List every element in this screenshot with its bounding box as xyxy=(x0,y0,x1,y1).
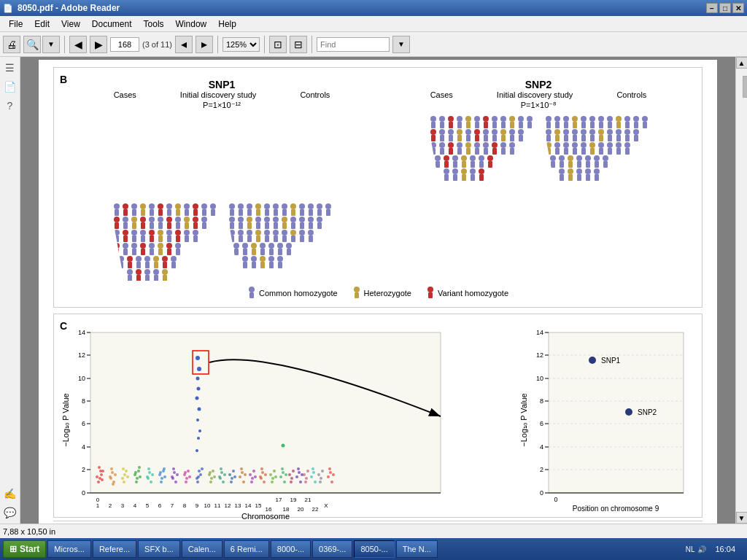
svg-rect-7 xyxy=(132,209,136,216)
find-dropdown-icon[interactable]: ▼ xyxy=(392,36,410,53)
separator-4 xyxy=(311,36,312,53)
legend-hetero: Heterozygote xyxy=(352,287,411,300)
scroll-up-button[interactable]: ▲ xyxy=(736,57,748,69)
zoom-dropdown-icon[interactable]: ▼ xyxy=(42,36,60,53)
svg-rect-358 xyxy=(551,161,555,168)
svg-rect-63 xyxy=(176,236,180,242)
svg-point-38 xyxy=(166,217,172,222)
svg-point-327 xyxy=(598,129,604,135)
svg-point-143 xyxy=(273,217,279,222)
fit-page-icon[interactable]: ⊡ xyxy=(269,36,287,53)
menu-file[interactable]: File xyxy=(3,18,28,31)
svg-point-421 xyxy=(123,473,126,476)
svg-rect-213 xyxy=(484,122,488,128)
svg-text:8: 8 xyxy=(540,397,543,405)
svg-rect-192 xyxy=(252,262,256,268)
svg-point-252 xyxy=(457,142,462,148)
svg-point-502 xyxy=(254,475,257,478)
svg-point-161 xyxy=(255,230,261,236)
find-input[interactable] xyxy=(317,37,390,52)
maximize-button[interactable]: □ xyxy=(719,3,731,13)
svg-point-427 xyxy=(136,477,139,480)
taskbar-item-8[interactable]: The N... xyxy=(396,540,438,558)
svg-text:8: 8 xyxy=(183,502,187,509)
svg-point-115 xyxy=(255,203,261,209)
svg-text:12: 12 xyxy=(78,351,85,359)
svg-rect-269 xyxy=(444,161,449,168)
snp1-pvalue: P=1×10⁻¹² xyxy=(203,101,241,110)
menu-document[interactable]: Document xyxy=(86,18,138,31)
svg-point-331 xyxy=(616,129,622,135)
taskbar-item-2[interactable]: SFX b... xyxy=(138,540,180,558)
svg-text:9: 9 xyxy=(196,502,199,509)
svg-point-448 xyxy=(174,481,177,483)
taskbar-item-6[interactable]: 0369-... xyxy=(312,540,352,558)
back-icon[interactable]: ◀ xyxy=(69,36,87,53)
svg-point-175 xyxy=(233,243,239,249)
svg-text:14: 14 xyxy=(536,329,543,336)
minimize-button[interactable]: − xyxy=(706,3,718,13)
page-number-input[interactable] xyxy=(110,37,139,52)
close-button[interactable]: ✕ xyxy=(732,3,744,13)
prev-page-icon[interactable]: ◂ xyxy=(175,36,193,53)
svg-rect-378 xyxy=(586,174,590,181)
svg-rect-51 xyxy=(123,236,128,242)
svg-point-230 xyxy=(457,129,462,135)
svg-text:2: 2 xyxy=(109,502,112,509)
menu-edit[interactable]: Edit xyxy=(28,18,55,31)
svg-point-359 xyxy=(559,155,565,161)
svg-rect-3 xyxy=(115,209,119,216)
svg-rect-150 xyxy=(300,222,304,229)
zoom-tool-icon[interactable]: 🔍 xyxy=(23,36,41,53)
menu-tools[interactable]: Tools xyxy=(138,18,170,31)
scroll-down-button[interactable]: ▼ xyxy=(736,512,748,524)
svg-rect-271 xyxy=(453,161,457,168)
svg-text:22: 22 xyxy=(312,506,319,513)
taskbar-item-3[interactable]: Calen... xyxy=(182,540,222,558)
svg-rect-356 xyxy=(625,148,630,155)
svg-rect-35 xyxy=(150,222,154,229)
svg-point-30 xyxy=(131,217,137,222)
hand-icon[interactable]: ☰ xyxy=(2,60,18,76)
signature-icon[interactable]: ✍ xyxy=(2,486,18,502)
svg-point-96 xyxy=(171,256,177,262)
svg-rect-332 xyxy=(616,135,621,141)
svg-rect-233 xyxy=(466,135,471,141)
menu-window[interactable]: Window xyxy=(170,18,213,31)
start-button[interactable]: ⊞ Start xyxy=(3,540,46,558)
svg-rect-338 xyxy=(546,148,551,155)
taskbar-item-5[interactable]: 8000-... xyxy=(271,540,311,558)
svg-point-113 xyxy=(247,203,252,209)
forward-icon[interactable]: ▶ xyxy=(90,36,107,53)
taskbar-item-1[interactable]: Refere... xyxy=(93,540,136,558)
scroll-thumb[interactable] xyxy=(743,76,748,98)
snp1-cases-label: Cases xyxy=(114,90,136,99)
toolbar: 🖨 🔍 ▼ ◀ ▶ (3 of 11) ◂ ▸ 125% 100% 150% ⊡… xyxy=(0,32,747,57)
taskbar-item-0[interactable]: Micros... xyxy=(47,540,91,558)
svg-rect-57 xyxy=(150,236,154,242)
svg-point-319 xyxy=(563,129,569,135)
svg-rect-344 xyxy=(573,148,577,155)
bookmark-icon[interactable]: ? xyxy=(2,98,18,114)
svg-point-436 xyxy=(147,467,150,470)
svg-rect-148 xyxy=(291,222,295,229)
svg-text:4: 4 xyxy=(133,502,137,509)
fit-width-icon[interactable]: ⊟ xyxy=(290,36,307,53)
svg-point-20 xyxy=(193,203,198,209)
page-icon[interactable]: 📄 xyxy=(2,79,18,95)
zoom-select[interactable]: 125% 100% 150% xyxy=(222,37,260,52)
svg-point-157 xyxy=(238,230,244,236)
menu-help[interactable]: Help xyxy=(212,18,242,31)
next-page-icon[interactable]: ▸ xyxy=(196,36,213,53)
svg-point-16 xyxy=(175,203,181,209)
comment-icon[interactable]: 💬 xyxy=(2,505,18,521)
taskbar-item-4[interactable]: 6 Remi... xyxy=(224,540,269,558)
svg-point-420 xyxy=(121,477,124,480)
svg-point-365 xyxy=(585,155,591,161)
separator-1 xyxy=(64,36,65,53)
taskbar-item-7[interactable]: 8050-... xyxy=(354,540,394,558)
print-icon[interactable]: 🖨 xyxy=(3,36,20,53)
svg-point-498 xyxy=(249,473,252,476)
svg-point-187 xyxy=(286,243,292,249)
menu-view[interactable]: View xyxy=(55,18,86,31)
